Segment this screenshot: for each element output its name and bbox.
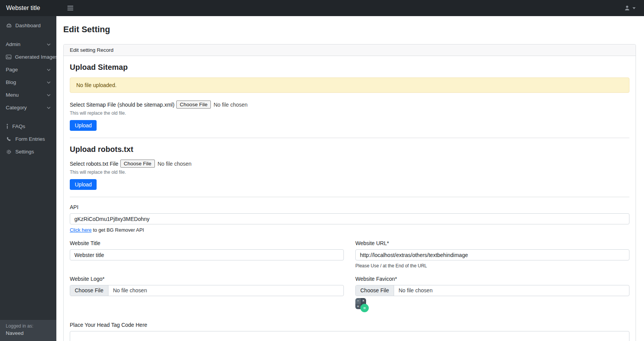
sidebar-item-label: Form Entries — [15, 136, 45, 142]
website-url-input[interactable] — [355, 249, 629, 260]
sidebar-item-label: Category — [6, 105, 27, 110]
website-title-label: Website Title — [70, 240, 344, 246]
file-chosen-status: No file chosen — [214, 102, 248, 108]
website-logo-label: Website Logo* — [70, 276, 344, 282]
chevron-down-icon — [47, 107, 51, 109]
sidebar-divider — [0, 32, 56, 38]
topbar: Webster title — [0, 0, 644, 16]
brand-title[interactable]: Webster title — [0, 5, 56, 12]
sidebar-item-label: Admin — [6, 41, 20, 47]
api-input[interactable] — [70, 213, 629, 224]
sidebar-item-label: FAQs — [12, 124, 25, 129]
no-file-alert: No file uploaded. — [70, 77, 629, 93]
robots-file-input[interactable]: Choose File No file chosen — [120, 160, 192, 168]
sidebar-item-admin[interactable]: Admin — [0, 38, 56, 51]
sitemap-upload-button[interactable]: Upload — [70, 120, 97, 131]
sitemap-file-label: Select Sitemap File (should be sitemap.x… — [70, 102, 174, 108]
api-link-suffix: to get BG Remover API — [92, 227, 144, 233]
website-favicon-file-input[interactable]: Choose File No file chosen — [355, 285, 629, 296]
caret-down-icon — [632, 7, 636, 9]
head-tag-textarea[interactable] — [70, 331, 629, 341]
person-icon — [624, 5, 630, 11]
card-header: Edit setting Record — [64, 44, 636, 56]
sidebar-item-faqs[interactable]: FAQs — [0, 120, 56, 133]
sidebar-item-settings[interactable]: Settings — [0, 145, 56, 158]
sidebar-item-label: Blog — [6, 79, 16, 85]
sidebar-item-form-entries[interactable]: Form Entries — [0, 133, 56, 145]
speedometer-icon — [6, 23, 12, 28]
image-icon — [6, 54, 12, 59]
website-url-label: Website URL* — [355, 240, 629, 246]
sidebar-item-label: Page — [6, 67, 18, 72]
sidebar-item-blog[interactable]: Blog — [0, 76, 56, 89]
sidebar-item-page[interactable]: Page — [0, 63, 56, 76]
bg-remover-api-link[interactable]: Click here — [70, 227, 92, 233]
section-divider — [70, 197, 629, 197]
chevron-down-icon — [47, 81, 51, 84]
choose-file-button[interactable]: Choose File — [70, 285, 108, 296]
upload-robots-heading: Upload robots.txt — [70, 145, 629, 154]
head-tag-label: Place Your Head Tag Code Here — [70, 322, 629, 328]
gear-icon — [6, 149, 12, 155]
favicon-equals-badge: = — [360, 304, 369, 312]
user-menu[interactable] — [624, 5, 636, 11]
sidebar-nav: Dashboard Admin Generated Images Page — [0, 16, 56, 320]
robots-upload-button[interactable]: Upload — [70, 179, 97, 190]
chevron-down-icon — [47, 94, 51, 96]
sidebar-divider — [0, 114, 56, 120]
file-chosen-status: No file chosen — [158, 161, 192, 167]
sidebar-item-label: Generated Images — [15, 54, 58, 60]
website-logo-file-input[interactable]: Choose File No file chosen — [70, 285, 344, 296]
file-chosen-status: No file chosen — [394, 285, 437, 296]
website-url-note: Please Use / at the End of the URL — [355, 263, 629, 269]
website-favicon-label: Website Favicon* — [355, 276, 629, 282]
logged-in-label: Logged in as: — [6, 323, 51, 329]
website-title-input[interactable] — [70, 249, 344, 260]
sidebar-item-label: Menu — [6, 92, 19, 98]
sidebar-item-menu[interactable]: Menu — [0, 89, 56, 101]
sidebar-item-dashboard[interactable]: Dashboard — [0, 19, 56, 32]
sidebar: Dashboard Admin Generated Images Page — [0, 16, 56, 341]
calculator-favicon-thumbnail: − × + = — [355, 298, 369, 313]
logged-in-user: Naveed — [6, 330, 51, 336]
api-label: API — [70, 204, 629, 210]
phone-icon — [6, 137, 12, 142]
edit-setting-card: Edit setting Record Upload Sitemap No fi… — [63, 44, 636, 341]
sitemap-replace-note: This will replace the old file. — [70, 110, 629, 116]
sidebar-item-label: Dashboard — [15, 23, 41, 28]
choose-file-button[interactable]: Choose File — [176, 100, 211, 109]
robots-file-label: Select robots.txt File — [70, 161, 118, 167]
section-divider — [70, 138, 629, 138]
upload-sitemap-heading: Upload Sitemap — [70, 63, 629, 72]
sidebar-item-label: Settings — [15, 149, 34, 155]
choose-file-button[interactable]: Choose File — [356, 285, 394, 296]
page-title: Edit Setting — [63, 25, 636, 35]
sidebar-item-category[interactable]: Category — [0, 101, 56, 114]
file-chosen-status: No file chosen — [108, 285, 152, 296]
sidebar-item-generated-images[interactable]: Generated Images — [0, 51, 56, 63]
sitemap-file-input[interactable]: Choose File No file chosen — [176, 100, 248, 109]
menu-icon[interactable] — [67, 6, 73, 10]
chevron-down-icon — [47, 69, 51, 71]
info-icon — [6, 124, 9, 129]
chevron-down-icon — [47, 43, 51, 46]
choose-file-button[interactable]: Choose File — [120, 160, 155, 168]
sidebar-footer: Logged in as: Naveed — [0, 320, 56, 341]
robots-replace-note: This will replace the old file. — [70, 170, 629, 175]
main-content: Edit Setting Edit setting Record Upload … — [56, 16, 644, 341]
